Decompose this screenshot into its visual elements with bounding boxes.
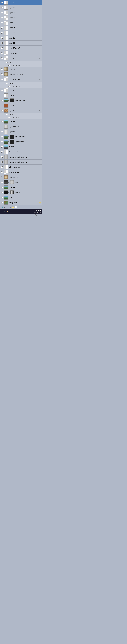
visibility-toggle[interactable] [0, 164, 3, 170]
visibility-toggle[interactable] [0, 180, 3, 185]
layer-row[interactable]: train coPY [0, 144, 42, 150]
visibility-toggle[interactable] [0, 67, 3, 72]
drop-shadow-label: Drop Shadow [11, 117, 20, 118]
visibility-toggle[interactable] [0, 5, 3, 10]
layer-row[interactable]: Layer 14 [0, 103, 42, 108]
visibility-toggle[interactable] [0, 195, 3, 200]
layer-row[interactable]: track copy 2 [0, 119, 42, 124]
link-layers-icon[interactable]: 🔗 [1, 206, 3, 208]
layer-thumbnail [4, 36, 8, 40]
layer-row[interactable]: Layer 22 [0, 20, 42, 25]
layer-thumbnail [4, 175, 8, 179]
layer-row[interactable]: Layer 10fx▲ [0, 108, 42, 113]
drop-shadow-row[interactable]: Drop Shadow [0, 85, 42, 88]
layer-row[interactable]: ⛓Layer 1 [0, 190, 42, 195]
visibility-toggle[interactable] [0, 46, 3, 50]
fx-icon[interactable]: fx [4, 206, 6, 208]
layer-row[interactable]: large clock face [0, 175, 42, 180]
layer-thumbnail [4, 88, 8, 92]
add-mask-icon[interactable]: □ [7, 206, 8, 208]
layer-row[interactable]: large clock face copy [0, 72, 42, 77]
fx-expand-arrow[interactable]: ▲ [40, 58, 41, 59]
visibility-toggle[interactable] [0, 139, 3, 144]
layer-row[interactable]: Background🔒 [0, 200, 42, 205]
visibility-toggle[interactable] [0, 25, 3, 30]
layer-row[interactable]: Layer 27 [0, 67, 42, 72]
layer-row[interactable]: ⛓Layer 1 copy [0, 139, 42, 144]
adjustment-icon[interactable]: ◔ [9, 206, 10, 208]
drop-shadow-row[interactable]: Drop Shadow [0, 116, 42, 119]
visibility-toggle[interactable] [0, 51, 3, 56]
visibility-toggle[interactable] [0, 144, 3, 149]
delete-layer-icon[interactable]: 🗑 [18, 206, 20, 208]
layer-thumbnail [4, 77, 8, 81]
visibility-toggle[interactable] [0, 98, 3, 103]
layer-row[interactable]: Layer 23 [0, 15, 42, 20]
layer-row[interactable]: Layer 19 [0, 36, 42, 40]
visibility-toggle[interactable] [0, 200, 3, 205]
visibility-toggle[interactable] [0, 185, 3, 190]
visibility-toggle[interactable] [0, 124, 3, 129]
visibility-toggle[interactable] [0, 56, 3, 61]
visibility-toggle[interactable] [0, 150, 3, 154]
layer-row[interactable]: Layer 25 [0, 5, 42, 10]
layer-row[interactable]: lighten clockface [0, 164, 42, 170]
visibility-toggle[interactable] [0, 134, 3, 139]
layer-row[interactable]: Layer 16 coPY [0, 51, 42, 56]
layer-row[interactable]: ⛓Layer 1 copy 2 [0, 98, 42, 103]
visibility-toggle[interactable] [0, 175, 3, 180]
layer-row[interactable]: Layer 20 [0, 30, 42, 36]
visibility-toggle[interactable] [0, 10, 3, 15]
visibility-toggle[interactable] [0, 190, 3, 195]
fx-indicator: fx [39, 78, 40, 80]
layer-row[interactable]: track coPY [0, 185, 42, 190]
visibility-toggle[interactable] [0, 20, 3, 25]
layer-row[interactable]: Layer 18 [0, 88, 42, 93]
visibility-toggle[interactable] [0, 36, 3, 40]
effects-row[interactable]: Effects [0, 61, 42, 64]
layer-row[interactable]: Layer 16fx▲ [0, 56, 42, 61]
visibility-toggle[interactable] [0, 15, 3, 20]
layer-row[interactable]: Layer 21 [0, 25, 42, 30]
visibility-toggle[interactable] [0, 0, 3, 5]
layer-row[interactable]: Layer 24 [0, 10, 42, 15]
layer-name: Layer 25 [8, 7, 41, 8]
layer-row[interactable]: merged layers blurred c... [0, 160, 42, 164]
layer-row[interactable]: Layer 13 [0, 40, 42, 46]
layer-row[interactable]: small clock face [0, 170, 42, 175]
layer-row[interactable]: track [0, 195, 42, 200]
visibility-toggle[interactable] [0, 108, 3, 113]
visibility-toggle[interactable] [0, 170, 3, 174]
visibility-toggle[interactable] [0, 129, 3, 134]
effects-row[interactable]: Effects [0, 113, 42, 116]
visibility-toggle[interactable] [0, 30, 3, 35]
new-group-icon[interactable]: 📁 [11, 206, 14, 208]
layer-name: Layer 16 [8, 57, 39, 59]
visibility-toggle[interactable] [0, 119, 3, 124]
layer-name: merged layers blurred c... [8, 161, 41, 163]
visibility-toggle[interactable] [0, 103, 3, 108]
layer-row[interactable]: Warped bricks [0, 150, 42, 154]
effects-row[interactable]: Effects [0, 82, 42, 85]
visibility-toggle[interactable] [0, 77, 3, 82]
fx-expand-arrow[interactable]: ▲ [40, 110, 41, 111]
visibility-toggle[interactable] [0, 40, 3, 46]
layer-row[interactable]: Layer 17 [0, 129, 42, 134]
layer-row[interactable]: Layer 26 [0, 0, 42, 5]
layer-row[interactable]: merged layers blurred c... [0, 154, 42, 160]
visibility-toggle[interactable] [0, 93, 3, 98]
layer-row[interactable]: Layer 15 [0, 93, 42, 98]
new-layer-icon[interactable]: 📄 [15, 206, 17, 208]
visibility-toggle[interactable] [0, 154, 3, 160]
fx-expand-arrow[interactable]: ▲ [40, 79, 41, 80]
layer-row[interactable]: Layer 17 copy [0, 124, 42, 129]
layer-row[interactable]: ⛓train [0, 180, 42, 185]
visibility-toggle[interactable] [0, 72, 3, 77]
layer-row[interactable]: ⛓Layer 1 copy 3 [0, 134, 42, 139]
layer-row[interactable]: Layer 16 copy 2fx▲ [0, 77, 42, 82]
visibility-toggle[interactable] [0, 88, 3, 93]
layer-row[interactable]: Layer 16 copy 3 [0, 46, 42, 51]
drop-shadow-row[interactable]: Drop Shadow [0, 64, 42, 67]
visibility-toggle[interactable] [0, 160, 3, 164]
layer-thumbnail [4, 67, 8, 71]
